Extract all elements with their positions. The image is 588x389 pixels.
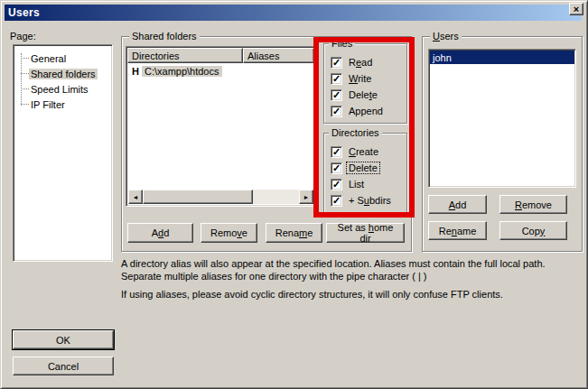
checkmark-icon: ✓ — [332, 180, 341, 189]
scroll-right-button[interactable]: ► — [299, 190, 313, 204]
cancel-button[interactable]: Cancel — [13, 357, 114, 375]
page-item-speed-limits[interactable]: Speed Limits — [15, 81, 112, 97]
write-checkbox[interactable]: ✓ — [331, 73, 342, 85]
directories-group-label: Directories — [329, 127, 382, 139]
cyclic-note: If using aliases, please avoid cyclic di… — [121, 288, 579, 301]
horizontal-scrollbar[interactable]: ◄ ► — [128, 190, 313, 204]
tree-connector — [21, 58, 29, 59]
read-checkbox[interactable]: ✓ — [331, 57, 342, 69]
dir-delete-checkbox[interactable]: ✓ — [331, 162, 342, 174]
append-checkbox[interactable]: ✓ — [331, 106, 342, 117]
directory-row[interactable]: H C:\xampp\htdocs — [128, 64, 313, 79]
close-icon: × — [574, 5, 579, 14]
folder-remove-button[interactable]: Remove — [201, 223, 257, 243]
directories-list-header: Directories Aliases — [127, 48, 314, 63]
users-list[interactable]: john — [428, 49, 576, 188]
arrow-right-icon: ► — [303, 194, 310, 200]
user-copy-button[interactable]: Copy — [499, 221, 567, 240]
subdirs-checkbox-row[interactable]: ✓ + Subdirs — [331, 194, 393, 207]
users-dialog: Users × Page: General Shared folders Spe… — [0, 0, 588, 389]
user-item-john[interactable]: john — [430, 51, 574, 64]
column-header-aliases[interactable]: Aliases — [243, 48, 314, 63]
append-checkbox-row[interactable]: ✓ Append — [331, 105, 385, 117]
page-list[interactable]: General Shared folders Speed Limits IP F… — [13, 44, 113, 262]
arrow-left-icon: ◄ — [133, 194, 139, 200]
user-rename-button[interactable]: Rename — [428, 221, 487, 240]
checkmark-icon: ✓ — [332, 163, 341, 172]
files-group-label: Files — [329, 38, 355, 50]
folder-add-button[interactable]: Add — [127, 223, 193, 243]
read-checkbox-row[interactable]: ✓ Read — [331, 56, 374, 69]
page-item-general[interactable]: General — [15, 51, 112, 66]
checkmark-icon: ✓ — [332, 196, 341, 205]
column-header-directories[interactable]: Directories — [127, 48, 243, 63]
tree-connector — [21, 88, 29, 89]
create-checkbox-row[interactable]: ✓ Create — [331, 145, 380, 158]
write-checkbox-row[interactable]: ✓ Write — [331, 72, 373, 85]
directory-path: C:\xampp\htdocs — [142, 66, 222, 77]
shared-folders-group-label: Shared folders — [129, 31, 200, 42]
user-add-button[interactable]: Add — [428, 195, 487, 214]
folder-rename-button[interactable]: Rename — [266, 223, 322, 243]
directories-listview[interactable]: Directories Aliases H C:\xampp\htdocs ◄ … — [126, 46, 316, 207]
checkmark-icon: ✓ — [332, 107, 341, 116]
scrollbar-thumb[interactable] — [143, 190, 253, 204]
file-delete-checkbox-row[interactable]: ✓ Delete — [331, 88, 379, 101]
home-directory-marker: H — [132, 66, 139, 77]
alias-note: A directory alias will also appear at th… — [121, 257, 579, 282]
checkmark-icon: ✓ — [332, 147, 341, 156]
set-as-home-dir-button[interactable]: Set as home dir — [326, 223, 405, 243]
files-permissions-group: Files ✓ Read ✓ Write ✓ Delete ✓ Append — [323, 43, 407, 124]
scrollbar-track[interactable] — [253, 190, 299, 204]
window-title: Users — [5, 6, 40, 19]
page-item-shared-folders[interactable]: Shared folders — [15, 66, 112, 81]
checkmark-icon: ✓ — [332, 90, 341, 99]
tree-connector — [21, 73, 29, 74]
page-label: Page: — [10, 31, 36, 42]
notes: A directory alias will also appear at th… — [121, 257, 579, 306]
create-checkbox[interactable]: ✓ — [331, 146, 342, 158]
subdirs-checkbox[interactable]: ✓ — [331, 195, 342, 207]
scroll-left-button[interactable]: ◄ — [128, 190, 143, 204]
checkmark-icon: ✓ — [332, 58, 341, 67]
page-item-ip-filter[interactable]: IP Filter — [15, 97, 112, 112]
user-remove-button[interactable]: Remove — [499, 195, 567, 214]
directories-permissions-group: Directories ✓ Create ✓ Delete ✓ List ✓ +… — [323, 133, 407, 214]
users-group-label: Users — [430, 31, 462, 42]
title-bar[interactable]: Users — [5, 5, 582, 21]
list-checkbox[interactable]: ✓ — [331, 179, 342, 190]
tree-connector — [21, 104, 29, 105]
checkmark-icon: ✓ — [332, 74, 341, 83]
ok-button[interactable]: OK — [13, 330, 114, 349]
file-delete-checkbox[interactable]: ✓ — [331, 89, 342, 101]
dir-delete-checkbox-row[interactable]: ✓ Delete — [331, 162, 379, 174]
list-checkbox-row[interactable]: ✓ List — [331, 178, 366, 190]
close-button[interactable]: × — [569, 3, 583, 15]
